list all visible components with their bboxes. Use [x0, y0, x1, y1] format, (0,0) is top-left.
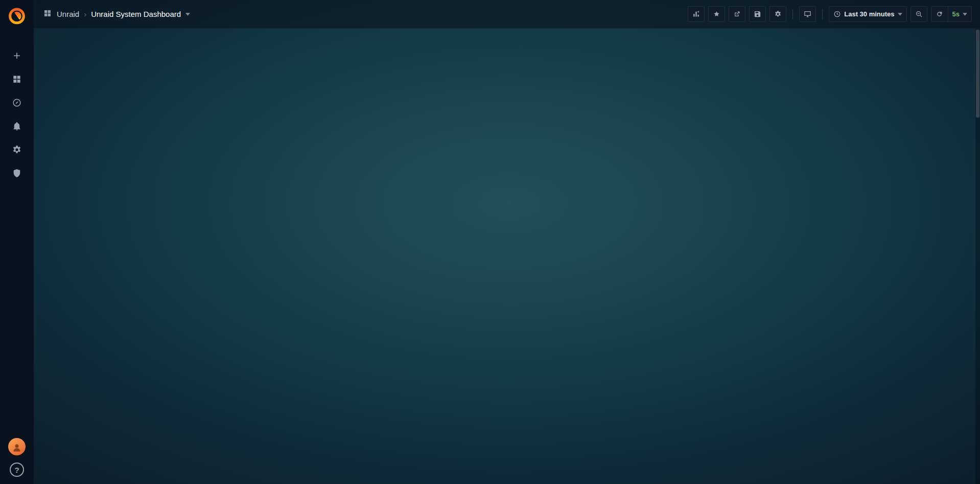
star-icon [713, 10, 720, 18]
clock-icon [833, 10, 841, 18]
share-icon [733, 10, 741, 18]
zoom-out-icon [915, 10, 923, 18]
toolbar-divider [822, 9, 823, 19]
zoom-out-time-button[interactable] [911, 6, 927, 22]
grafana-logo[interactable] [7, 6, 27, 27]
breadcrumb-separator: › [84, 10, 86, 18]
shield-icon [12, 168, 22, 178]
dashboards-grid-icon [12, 74, 22, 84]
help-button[interactable]: ? [10, 463, 24, 477]
grafana-logo-icon [7, 7, 27, 26]
page-scrollbar[interactable] [975, 29, 980, 484]
bell-icon [12, 121, 22, 131]
add-panel-button[interactable] [688, 6, 705, 22]
top-navbar: Unraid › Unraid System Dashboard Last 30… [34, 0, 980, 29]
save-dashboard-button[interactable] [749, 6, 766, 22]
sidebar-item-dashboards[interactable] [5, 67, 29, 91]
sidebar-item-configuration[interactable] [5, 138, 29, 162]
dashboard-apps-icon [43, 9, 52, 20]
breadcrumb-dashboard-title[interactable]: Unraid System Dashboard [91, 10, 181, 18]
user-avatar[interactable] [8, 438, 26, 455]
chevron-down-icon[interactable] [185, 13, 190, 16]
toolbar-divider [792, 9, 793, 19]
grafana-app: ? Unraid › Unraid System Dashboard Last … [0, 0, 980, 484]
add-panel-icon [692, 10, 700, 18]
monitor-icon [804, 10, 811, 18]
refresh-icon [936, 10, 943, 18]
sidebar-item-alerting[interactable] [5, 114, 29, 138]
breadcrumb-folder[interactable]: Unraid [57, 10, 79, 18]
scrollbar-thumb[interactable] [976, 30, 979, 118]
save-icon [754, 10, 761, 18]
gear-icon [12, 145, 22, 155]
refresh-button[interactable] [931, 6, 948, 22]
share-dashboard-button[interactable] [729, 6, 745, 22]
cycle-view-mode-button[interactable] [799, 6, 816, 22]
dashboard-settings-button[interactable] [769, 6, 786, 22]
gear-icon [774, 10, 782, 18]
chevron-down-icon [898, 13, 902, 16]
chevron-down-icon [963, 13, 967, 16]
sidebar: ? [0, 0, 34, 484]
refresh-interval-picker[interactable]: 5s [948, 6, 972, 22]
help-icon: ? [14, 466, 19, 474]
compass-icon [12, 98, 22, 108]
sidebar-item-create[interactable] [5, 44, 29, 67]
star-dashboard-button[interactable] [708, 6, 725, 22]
time-range-picker[interactable]: Last 30 minutes [829, 6, 906, 22]
plus-icon [12, 51, 22, 61]
dashboard-canvas: kWh Price 0.65 Currency kr UPS Max Outpu… [34, 29, 52, 39]
sidebar-item-server-admin[interactable] [5, 162, 29, 185]
sidebar-item-explore[interactable] [5, 91, 29, 114]
user-icon [12, 443, 22, 453]
